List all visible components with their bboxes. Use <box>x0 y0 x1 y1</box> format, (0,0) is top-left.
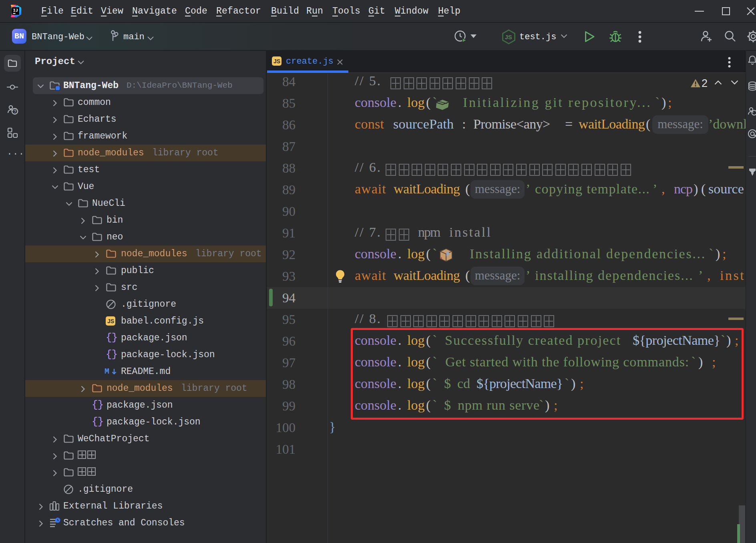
svg-text:JS: JS <box>505 34 512 40</box>
svg-text:IJ: IJ <box>13 8 18 13</box>
svg-text:?: ? <box>14 109 16 115</box>
